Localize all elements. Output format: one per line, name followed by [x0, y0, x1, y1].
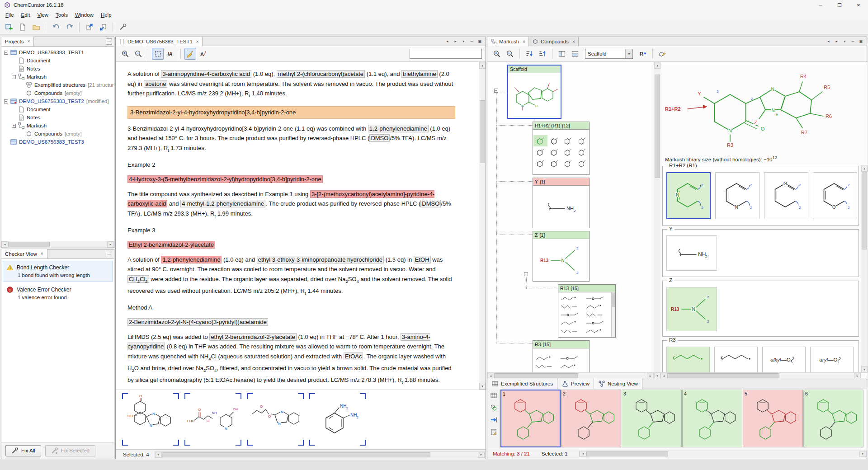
tab-document[interactable]: DEMO_US6756383_TEST1 × — [116, 37, 203, 46]
rgroup-option[interactable] — [533, 135, 547, 146]
new-document-button[interactable] — [16, 21, 28, 33]
tree-item-compounds[interactable]: Compounds[empty] — [1, 89, 114, 97]
highlighted-heading[interactable]: 3-Benzimidazol-2-yl-4-hydroxyhydropyridi… — [127, 106, 455, 119]
fragment-option[interactable] — [534, 355, 559, 362]
exemplified-structure-5[interactable]: 5 — [743, 390, 803, 447]
checker-item-valence-error-checker[interactable]: !Valence Error Checker1 valence error fo… — [3, 283, 113, 304]
rgroup-option[interactable] — [561, 135, 575, 146]
fragment-option[interactable] — [534, 363, 559, 370]
rgroup-option[interactable] — [575, 135, 589, 146]
markush-node-y[interactable]: Y[1]NH2 — [533, 178, 590, 228]
select-tool-button[interactable] — [152, 48, 164, 60]
tree-item-notes[interactable]: Notes — [1, 113, 114, 122]
open-button[interactable] — [30, 21, 42, 33]
minimize-view-button[interactable]: ─ — [468, 38, 475, 45]
scroll-tabs-left-button[interactable]: ◂ — [444, 38, 451, 45]
new-project-button[interactable] — [3, 21, 15, 33]
inner-scrollbar[interactable] — [611, 292, 615, 337]
scroll-thumb[interactable] — [586, 451, 668, 456]
text-select-tool-button[interactable]: IA — [165, 48, 177, 60]
close-icon[interactable]: × — [196, 39, 199, 44]
fragment-option[interactable] — [559, 355, 584, 362]
scroll-up-button[interactable]: ▴ — [654, 62, 660, 69]
tree-item-document[interactable]: Document — [1, 56, 114, 65]
tab-exemplified-structures[interactable]: Exemplified Structures — [487, 378, 557, 389]
scroll-tabs-right-button[interactable]: ▸ — [833, 38, 840, 45]
scroll-left-button[interactable]: ◂ — [580, 451, 586, 457]
scroll-thumb[interactable] — [8, 242, 50, 247]
scroll-left-button[interactable]: ◂ — [1, 241, 8, 248]
scroll-right-button[interactable]: ▸ — [478, 452, 485, 458]
collapse-icon[interactable]: − — [4, 51, 8, 55]
menu-window[interactable]: Window — [71, 11, 97, 19]
collapse-icon[interactable]: − — [4, 99, 8, 103]
detail-vertical-scrollbar[interactable]: ▴▾ — [861, 165, 868, 373]
tab-list-button[interactable]: ▾ — [460, 38, 467, 45]
minimize-button[interactable]: ─ — [811, 0, 830, 10]
strip-horizontal-scrollbar[interactable]: ◂▸ — [155, 451, 485, 458]
search-input[interactable] — [410, 49, 482, 59]
collapse-icon[interactable]: − — [12, 75, 16, 79]
scroll-up-button[interactable]: ▴ — [479, 62, 486, 69]
markush-tree-vertical-scrollbar[interactable]: ▴▾ — [654, 62, 660, 379]
collapse-icon[interactable]: − — [494, 89, 498, 93]
float-view-button[interactable]: ▣ — [476, 38, 483, 45]
font-tool-button[interactable]: A — [198, 48, 209, 60]
export-structures-button[interactable] — [488, 414, 499, 425]
scroll-track[interactable] — [861, 172, 868, 366]
markush-node-r13[interactable]: R13[15] — [558, 284, 616, 338]
menu-help[interactable]: Help — [97, 11, 115, 19]
highlighted-compound[interactable]: Ethyl 2-benzimidazol-2-ylacetate — [127, 241, 215, 249]
scroll-thumb[interactable] — [862, 172, 867, 249]
highlighted-compound[interactable]: 1,2-phenylenediamine — [161, 256, 222, 263]
chevron-down-icon[interactable]: ▾ — [625, 49, 632, 58]
markush-node-z[interactable]: Z[1]R13N22 — [533, 231, 590, 282]
fragment-option[interactable] — [560, 320, 585, 326]
tree-item-markush[interactable]: +Markush — [1, 122, 114, 130]
fix-all-button[interactable]: Fix All — [5, 445, 41, 456]
scroll-down-button[interactable]: ▾ — [861, 366, 868, 373]
tree-item-demo-us6756383-test1[interactable]: −DEMO_US6756383_TEST1 — [1, 48, 114, 56]
scroll-down-button[interactable]: ▾ — [479, 383, 486, 390]
rgroup-card-aryl-o[interactable]: aryl—O — [810, 347, 854, 373]
undo-button[interactable] — [50, 21, 62, 33]
structure-thumbnail-3[interactable]: OONN — [248, 394, 303, 445]
fragment-option[interactable] — [560, 304, 585, 310]
exemplified-structure-3[interactable]: 3 — [622, 390, 682, 447]
rgroup-card-nh2[interactable]: NH2 — [666, 235, 717, 271]
scroll-track[interactable] — [586, 451, 859, 457]
close-icon[interactable]: × — [523, 39, 525, 44]
fragment-option[interactable] — [585, 320, 610, 326]
fragment-option[interactable] — [559, 363, 584, 370]
scroll-right-button[interactable]: ▸ — [859, 451, 866, 457]
menu-view[interactable]: View — [33, 11, 52, 19]
annotated-compound[interactable]: 2-Benzimidazol-2-yl-N-(4-cyano(3-pyridyl… — [127, 318, 268, 326]
menu-file[interactable]: File — [2, 11, 18, 19]
scroll-track[interactable] — [8, 241, 107, 248]
checker-item-bond-length-checker[interactable]: !Bond Length Checker1 bond found with wr… — [3, 261, 113, 282]
rgroup-option[interactable] — [533, 158, 547, 169]
copy-structures-button[interactable] — [488, 402, 499, 413]
rgroup-card-ring-n-left[interactable]: 22N — [666, 172, 711, 219]
check-out-button[interactable] — [83, 21, 95, 33]
tab-compounds[interactable]: Compounds × — [529, 37, 579, 46]
edit-structure-button[interactable] — [656, 48, 668, 60]
fragment-option[interactable] — [585, 304, 610, 310]
menu-tools[interactable]: Tools — [52, 11, 71, 19]
rgroup-option[interactable] — [575, 158, 589, 169]
collapse-icon[interactable]: − — [524, 272, 528, 276]
rgroup-view-button[interactable]: R — [637, 48, 649, 60]
tree-item-notes[interactable]: Notes — [1, 65, 114, 73]
exemplified-structure-6[interactable]: 6 — [803, 390, 863, 447]
sort-ascending-button[interactable] — [537, 48, 548, 60]
rgroup-card-ring-o-top[interactable]: 22O — [764, 172, 808, 219]
exemplified-horizontal-scrollbar[interactable]: ◂▸ — [579, 451, 867, 457]
tree-item-document[interactable]: Document — [1, 105, 114, 113]
tab-list-button[interactable]: ▾ — [841, 38, 848, 45]
maximize-button[interactable]: ❐ — [830, 0, 849, 10]
rgroup-option[interactable] — [533, 146, 547, 158]
scroll-track[interactable] — [654, 69, 660, 372]
fragment-option[interactable] — [585, 328, 610, 334]
rgroup-card-r13n[interactable]: R13N22 — [666, 287, 717, 331]
scroll-left-button[interactable]: ◂ — [155, 452, 162, 458]
